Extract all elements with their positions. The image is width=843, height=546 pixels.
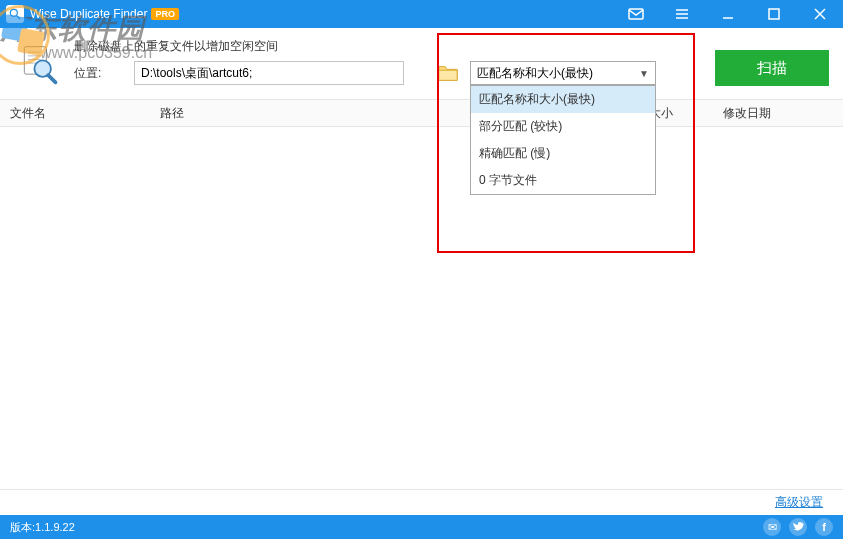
facebook-icon[interactable]: f [815,518,833,536]
dropdown-list: 匹配名称和大小(最快) 部分匹配 (较快) 精确匹配 (慢) 0 字节文件 [470,85,656,195]
location-label: 位置: [74,65,124,82]
dropdown-option[interactable]: 0 字节文件 [471,167,655,194]
minimize-button[interactable] [705,0,751,28]
subtitle-text: 删除磁盘上的重复文件以增加空闲空间 [74,38,705,55]
results-list [0,127,843,489]
maximize-button[interactable] [751,0,797,28]
dropdown-option[interactable]: 匹配名称和大小(最快) [471,86,655,113]
title-bar: Wise Duplicate Finder PRO [0,0,843,28]
search-panel: 删除磁盘上的重复文件以增加空闲空间 位置: 匹配名称和大小(最快) ▼ 匹配名称… [0,28,843,99]
advanced-row: 高级设置 [0,489,843,515]
svg-point-0 [10,9,17,16]
dropdown-option[interactable]: 部分匹配 (较快) [471,113,655,140]
results-header: 文件名 路径 大小 修改日期 [0,99,843,127]
svg-rect-2 [629,9,643,19]
version-text: 版本:1.1.9.22 [10,520,75,535]
close-button[interactable] [797,0,843,28]
twitter-icon[interactable] [789,518,807,536]
browse-folder-button[interactable] [434,61,462,85]
mail-icon[interactable]: ✉ [763,518,781,536]
search-document-icon [14,40,64,90]
menu-button[interactable] [659,0,705,28]
pro-badge: PRO [151,8,179,20]
feedback-button[interactable] [613,0,659,28]
svg-line-16 [48,75,55,82]
status-bar: 版本:1.1.9.22 ✉ f [0,515,843,539]
app-icon [6,5,24,23]
dropdown-option[interactable]: 精确匹配 (慢) [471,140,655,167]
path-input[interactable] [134,61,404,85]
column-date[interactable]: 修改日期 [713,100,843,126]
chevron-down-icon: ▼ [639,68,649,79]
match-mode-dropdown[interactable]: 匹配名称和大小(最快) ▼ 匹配名称和大小(最快) 部分匹配 (较快) 精确匹配… [470,61,656,85]
column-filename[interactable]: 文件名 [0,100,150,126]
app-title: Wise Duplicate Finder [30,7,147,21]
advanced-settings-link[interactable]: 高级设置 [775,494,823,511]
scan-button[interactable]: 扫描 [715,50,829,86]
svg-rect-7 [769,9,779,19]
svg-line-1 [17,16,21,20]
dropdown-selected: 匹配名称和大小(最快) [477,65,593,82]
